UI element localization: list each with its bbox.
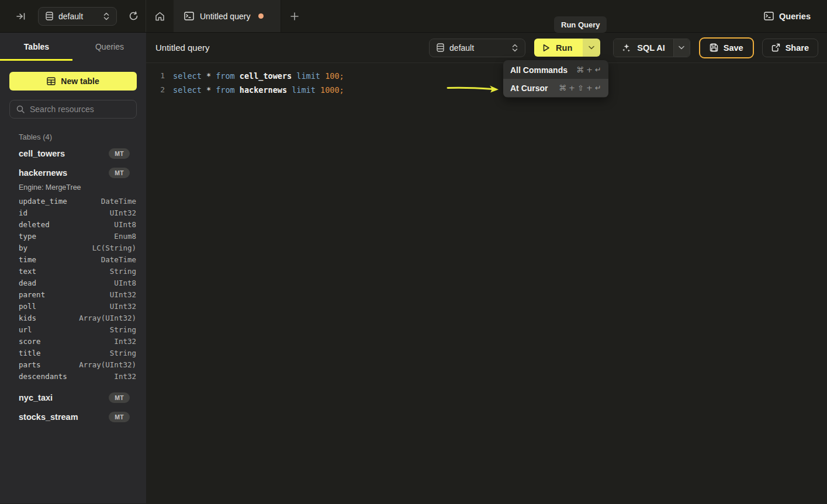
collapse-sidebar-button[interactable] xyxy=(14,10,28,23)
query-database-selector[interactable]: default xyxy=(429,39,525,57)
token-kw: from xyxy=(216,71,240,81)
column-name: url xyxy=(19,325,32,334)
column-row[interactable]: partsArray(UInt32) xyxy=(0,359,146,370)
table-row-nyc_taxi[interactable]: nyc_taxiMT xyxy=(0,388,146,407)
column-row[interactable]: idUInt32 xyxy=(0,207,146,218)
token-punc: ; xyxy=(340,85,344,95)
column-name: time xyxy=(19,255,36,264)
column-name: type xyxy=(19,232,36,241)
run-button[interactable]: Run xyxy=(534,39,583,57)
column-name: poll xyxy=(19,302,36,311)
column-name: score xyxy=(19,337,41,346)
token-tbl: hackernews xyxy=(240,85,292,95)
database-icon xyxy=(46,12,53,20)
column-row[interactable]: byLC(String) xyxy=(0,242,146,253)
column-name: dead xyxy=(19,279,36,287)
database-icon xyxy=(437,43,444,52)
sql-ai-button[interactable]: SQL AI xyxy=(614,39,673,57)
token-punc: ; xyxy=(340,71,344,81)
column-type: UInt32 xyxy=(110,290,136,299)
run-dropdown-button[interactable] xyxy=(583,39,600,57)
unsaved-dot xyxy=(258,13,264,19)
save-icon xyxy=(710,43,718,52)
topbar-database-selector[interactable]: default xyxy=(38,7,117,26)
sql-editor[interactable]: 1select * from cell_towers limit 100;2se… xyxy=(146,63,827,503)
table-grid-icon xyxy=(47,77,56,85)
column-row[interactable]: typeEnum8 xyxy=(0,230,146,242)
column-type: DateTime xyxy=(101,255,136,264)
column-name: descendants xyxy=(19,372,67,381)
column-name: title xyxy=(19,349,41,357)
code-line[interactable]: 1select * from cell_towers limit 100; xyxy=(146,69,827,83)
table-row-stocks_stream[interactable]: stocks_streamMT xyxy=(0,407,146,426)
new-tab-button[interactable] xyxy=(281,0,308,32)
column-row[interactable]: kidsArray(UInt32) xyxy=(0,312,146,324)
chevron-down-icon xyxy=(589,46,594,50)
queries-terminal-icon xyxy=(764,12,774,20)
main-panel: Untitled query default xyxy=(146,33,827,503)
code-text: select * from cell_towers limit 100; xyxy=(165,69,344,83)
share-button[interactable]: Share xyxy=(762,39,818,57)
column-name: deleted xyxy=(19,220,50,229)
tabstrip: Untitled query xyxy=(146,0,308,32)
code-lines: 1select * from cell_towers limit 100;2se… xyxy=(146,69,827,97)
save-label: Save xyxy=(724,43,743,53)
new-table-button[interactable]: New table xyxy=(9,72,137,91)
queries-button[interactable]: Queries xyxy=(764,0,811,32)
topbar-database-label: default xyxy=(58,12,98,21)
column-row[interactable]: deadUInt8 xyxy=(0,277,146,289)
column-row[interactable]: pollUInt32 xyxy=(0,300,146,312)
search-box[interactable] xyxy=(9,100,137,119)
column-name: id xyxy=(19,208,27,217)
home-tab[interactable] xyxy=(146,0,174,32)
chevron-updown-icon xyxy=(512,44,518,52)
column-row[interactable]: titleString xyxy=(0,347,146,359)
code-line[interactable]: 2select * from hackernews limit 1000; xyxy=(146,83,827,97)
refresh-icon xyxy=(129,11,139,21)
refresh-button[interactable] xyxy=(126,9,141,23)
sql-ai-dropdown-button[interactable] xyxy=(673,39,690,57)
column-row[interactable]: update_timeDateTime xyxy=(0,195,146,207)
menu-item-at-cursor[interactable]: At Cursor⌘ + ⇧ + ↵ xyxy=(503,79,608,97)
menu-item-all-commands[interactable]: All Commands⌘ + ↵ xyxy=(503,61,608,79)
column-row[interactable]: textString xyxy=(0,265,146,277)
column-row[interactable]: urlString xyxy=(0,324,146,335)
active-tab-underline xyxy=(0,59,72,61)
line-number: 2 xyxy=(146,83,165,97)
sparkles-icon xyxy=(622,43,631,53)
menu-item-label: At Cursor xyxy=(510,84,548,93)
token-kw: limit xyxy=(296,71,325,81)
column-row[interactable]: deletedUInt8 xyxy=(0,218,146,230)
column-name: parent xyxy=(19,290,45,299)
column-type: Int32 xyxy=(114,337,136,346)
save-button[interactable]: Save xyxy=(699,37,754,58)
run-label: Run xyxy=(556,43,572,53)
column-type: DateTime xyxy=(101,197,136,206)
play-icon xyxy=(542,44,550,52)
topbar-left: default xyxy=(0,0,146,32)
sidebar-tab-queries[interactable]: Queries xyxy=(73,33,146,61)
column-name: text xyxy=(19,267,36,276)
tables-section-label: Tables (4) xyxy=(19,133,146,141)
column-row[interactable]: timeDateTime xyxy=(0,253,146,265)
plus-icon xyxy=(290,12,299,20)
table-row-hackernews[interactable]: hackernewsMT xyxy=(0,163,146,182)
column-row[interactable]: descendantsInt32 xyxy=(0,370,146,382)
column-type: Int32 xyxy=(114,372,136,381)
column-row[interactable]: parentUInt32 xyxy=(0,289,146,300)
sidebar-tabs: Tables Queries xyxy=(0,33,146,61)
search-input[interactable] xyxy=(30,105,130,114)
app-window: default xyxy=(0,0,827,504)
token-num: 100 xyxy=(325,71,339,81)
sidebar-tab-tables[interactable]: Tables xyxy=(0,33,73,61)
terminal-icon xyxy=(184,12,194,20)
menu-item-shortcut: ⌘ + ⇧ + ↵ xyxy=(559,84,601,92)
table-name: hackernews xyxy=(19,168,67,178)
spacer xyxy=(0,382,146,388)
table-row-cell_towers[interactable]: cell_towersMT xyxy=(0,144,146,163)
column-name: parts xyxy=(19,360,41,369)
topbar: default xyxy=(0,0,827,33)
run-dropdown-menu: All Commands⌘ + ↵At Cursor⌘ + ⇧ + ↵ xyxy=(503,60,608,98)
query-tab[interactable]: Untitled query xyxy=(174,0,281,32)
column-row[interactable]: scoreInt32 xyxy=(0,335,146,347)
